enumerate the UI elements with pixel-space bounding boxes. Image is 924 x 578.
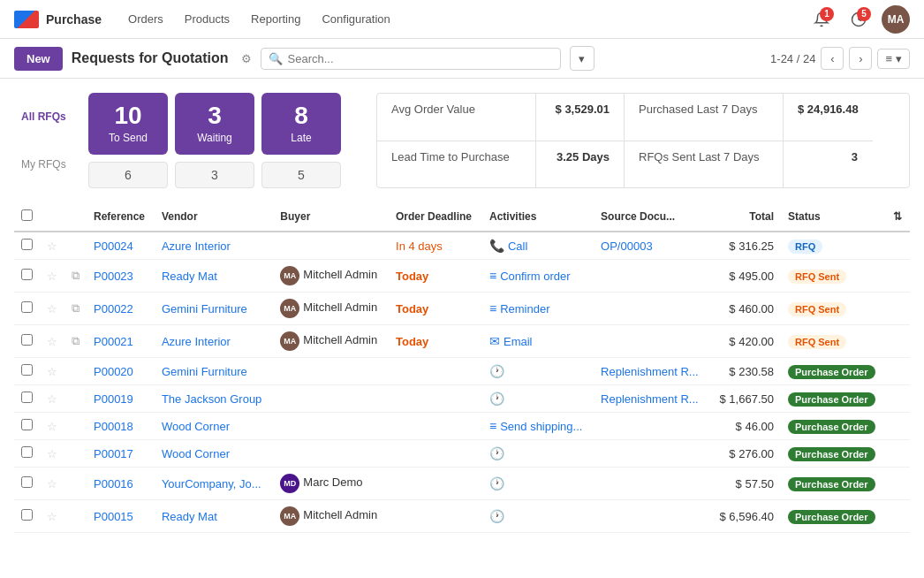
row-checkbox-cell: [14, 293, 40, 325]
source-link[interactable]: Replenishment R...: [601, 392, 699, 406]
row-copy-cell: [64, 232, 87, 260]
nav-orders[interactable]: Orders: [119, 7, 172, 31]
star-icon[interactable]: ☆: [47, 392, 57, 406]
row-checkbox[interactable]: [21, 364, 33, 376]
reference-link[interactable]: P00022: [94, 302, 133, 316]
all-rfqs-filter[interactable]: All RFQs: [14, 107, 78, 126]
my-rfq-val-1[interactable]: 3: [175, 162, 254, 188]
row-vendor: Wood Corner: [155, 440, 273, 468]
row-checkbox[interactable]: [21, 419, 33, 430]
my-rfq-val-2[interactable]: 5: [261, 162, 341, 188]
reference-link[interactable]: P00020: [94, 365, 133, 378]
row-checkbox[interactable]: [21, 269, 33, 280]
vendor-link[interactable]: Wood Corner: [162, 420, 230, 433]
reference-link[interactable]: P00021: [94, 335, 133, 348]
settings-gear-icon[interactable]: ⚙: [241, 52, 252, 65]
star-icon[interactable]: ☆: [47, 302, 57, 316]
table-row: ☆ P00024 Azure Interior In 4 days 📞Call …: [14, 232, 910, 260]
row-source: [594, 440, 709, 468]
reference-link[interactable]: P00018: [94, 420, 133, 433]
vendor-link[interactable]: Wood Corner: [162, 447, 230, 460]
vendor-link[interactable]: The Jackson Group: [162, 392, 261, 406]
reference-link[interactable]: P00016: [94, 477, 133, 491]
notification-bell[interactable]: 1: [807, 5, 836, 34]
status-badge: Purchase Order: [788, 365, 875, 379]
vendor-link[interactable]: Gemini Furniture: [162, 365, 247, 378]
view-dropdown-icon: ▾: [896, 52, 902, 65]
vendor-link[interactable]: Gemini Furniture: [162, 302, 247, 316]
row-star-cell: ☆: [40, 468, 64, 500]
nav-reporting[interactable]: Reporting: [242, 7, 309, 31]
source-link[interactable]: OP/00003: [601, 240, 653, 253]
metric-row-0: Avg Order Value $ 3,529.01 Purchased Las…: [377, 94, 873, 141]
star-icon[interactable]: ☆: [47, 477, 57, 491]
row-checkbox[interactable]: [21, 239, 33, 250]
reference-link[interactable]: P00017: [94, 447, 133, 460]
vendor-link[interactable]: Ready Mat: [162, 270, 217, 283]
stat-waiting[interactable]: 3 Waiting: [175, 93, 254, 155]
view-toggle[interactable]: ≡ ▾: [877, 49, 910, 69]
star-icon[interactable]: ☆: [47, 510, 57, 523]
activity-link[interactable]: 📞Call: [489, 239, 587, 253]
pagination-prev[interactable]: ‹: [821, 47, 844, 70]
user-avatar[interactable]: MA: [882, 5, 910, 34]
reference-link[interactable]: P00023: [94, 270, 133, 283]
reference-link[interactable]: P00024: [94, 240, 133, 253]
app-logo[interactable]: [14, 11, 39, 28]
pagination-next[interactable]: ›: [849, 47, 872, 70]
vendor-link[interactable]: YourCompany, Jo...: [162, 477, 261, 491]
activity-link[interactable]: ✉Email: [489, 334, 587, 348]
star-icon[interactable]: ☆: [47, 335, 57, 348]
my-rfq-val-0[interactable]: 6: [88, 162, 168, 188]
page-title: Requests for Quotation: [72, 50, 229, 66]
nav-products[interactable]: Products: [176, 7, 239, 31]
nav-configuration[interactable]: Configuration: [313, 7, 398, 31]
activity-link[interactable]: ≡Reminder: [489, 301, 587, 316]
vendor-link[interactable]: Ready Mat: [162, 510, 217, 523]
activity-link[interactable]: ≡Confirm order: [489, 269, 587, 283]
star-icon[interactable]: ☆: [47, 365, 57, 378]
star-icon[interactable]: ☆: [47, 270, 57, 283]
my-rfqs-filter[interactable]: My RFQs: [14, 155, 78, 174]
stat-to-send[interactable]: 10 To Send: [88, 93, 168, 155]
activity-link[interactable]: ≡Send shipping...: [489, 419, 587, 433]
col-settings-icon[interactable]: ⇅: [893, 210, 902, 223]
row-checkbox[interactable]: [21, 334, 33, 346]
vendor-link[interactable]: Azure Interior: [162, 335, 231, 348]
row-star-cell: ☆: [40, 293, 64, 325]
star-icon[interactable]: ☆: [47, 420, 57, 433]
search-input[interactable]: [288, 52, 553, 65]
row-checkbox[interactable]: [21, 446, 33, 458]
row-reference: P00017: [87, 440, 155, 468]
row-buyer: [273, 413, 389, 440]
row-actions: [886, 260, 910, 293]
row-checkbox[interactable]: [21, 509, 33, 521]
source-link[interactable]: Replenishment R...: [601, 365, 699, 378]
select-all-checkbox[interactable]: [21, 209, 33, 221]
reference-link[interactable]: P00019: [94, 392, 133, 406]
search-dropdown-icon[interactable]: ▾: [570, 46, 595, 71]
row-status: RFQ Sent: [781, 260, 886, 293]
avg-order-label: Avg Order Value: [377, 94, 536, 141]
new-button[interactable]: New: [14, 47, 63, 71]
row-total: $ 420.00: [710, 325, 781, 358]
activity-badge: 5: [857, 7, 871, 21]
row-activities: 🕐: [482, 500, 594, 533]
star-icon[interactable]: ☆: [47, 447, 57, 460]
row-actions: [886, 440, 910, 468]
table-row: ☆ P00017 Wood Corner 🕐 $ 276.00 Purchase…: [14, 440, 910, 468]
vendor-link[interactable]: Azure Interior: [162, 240, 231, 253]
stat-late[interactable]: 8 Late: [261, 93, 341, 155]
status-badge: RFQ: [788, 240, 822, 254]
row-checkbox[interactable]: [21, 476, 33, 488]
copy-icon[interactable]: ⧉: [72, 269, 80, 282]
stat-late-label: Late: [279, 132, 323, 144]
star-icon[interactable]: ☆: [47, 240, 57, 253]
copy-icon[interactable]: ⧉: [72, 301, 80, 315]
activity-clock[interactable]: 5: [844, 5, 873, 34]
row-actions: [886, 468, 910, 500]
copy-icon[interactable]: ⧉: [72, 334, 80, 347]
row-checkbox[interactable]: [21, 301, 33, 313]
row-checkbox[interactable]: [21, 392, 33, 403]
reference-link[interactable]: P00015: [94, 510, 133, 523]
